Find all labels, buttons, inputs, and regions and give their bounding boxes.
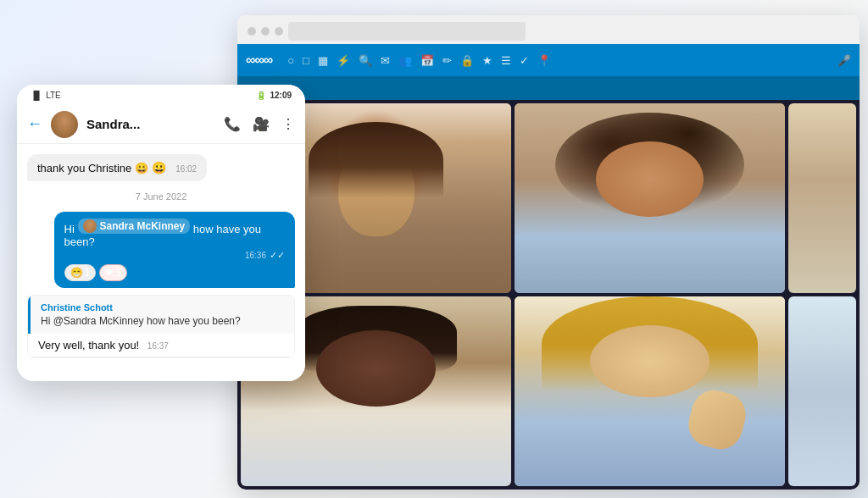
nc-files-icon[interactable]: ○ xyxy=(287,54,294,67)
nc-search-icon[interactable]: 🔍 xyxy=(359,54,372,67)
date-label: 7 June 2022 xyxy=(136,191,187,202)
nc-list-icon[interactable]: ☰ xyxy=(501,54,511,67)
reaction-count-2: 1 xyxy=(115,267,121,279)
avatar-image xyxy=(51,111,78,138)
nextcloud-logo: ∞∞∞ xyxy=(246,53,272,68)
video-cell-2 xyxy=(515,103,785,293)
chat-header-actions: 📞 🎥 ⋮ xyxy=(224,116,295,132)
quoted-message: Christine Schott Hi @Sandra McKinney how… xyxy=(28,296,294,334)
video-cell-4 xyxy=(515,296,785,486)
call-icon[interactable]: 📞 xyxy=(224,116,241,132)
browser-dot-3[interactable] xyxy=(275,27,283,36)
mention-name: Sandra McKinney xyxy=(100,220,186,232)
signal-icon: ▐▌ xyxy=(31,91,42,100)
browser-chrome xyxy=(237,15,860,44)
nc-check-icon[interactable]: ✓ xyxy=(520,54,529,67)
mention-badge: Sandra McKinney xyxy=(78,219,191,234)
video-cell-side-1 xyxy=(788,103,856,293)
browser-window: ∞∞∞ ○ □ ▦ ⚡ 🔍 ✉ 👥 📅 ✏ 🔒 ★ ☰ ✓ 📍 🎤 ≡ xyxy=(237,15,860,490)
nc-activity-icon[interactable]: ⚡ xyxy=(337,54,350,67)
message-sent-1: Hi Sandra McKinney how have you been? 16… xyxy=(54,212,295,288)
nc-location-icon[interactable]: 📍 xyxy=(537,54,551,67)
video-grid xyxy=(237,100,860,490)
nextcloud-subbar: ≡ xyxy=(237,76,860,100)
video-call-icon[interactable]: 🎥 xyxy=(253,116,270,132)
nc-star-icon[interactable]: ★ xyxy=(482,54,492,67)
reply-sender-name: Christine Schott xyxy=(41,302,284,313)
contact-avatar xyxy=(51,111,78,138)
time-label: 12:09 xyxy=(270,91,292,100)
nc-contacts-icon[interactable]: 👥 xyxy=(398,54,412,67)
video-cell-side-2 xyxy=(788,296,856,486)
reaction-emoji-pill[interactable]: 😁 1 xyxy=(64,264,97,281)
browser-addressbar[interactable] xyxy=(288,22,526,41)
reaction-heart-pill[interactable]: ❤ 1 xyxy=(99,264,127,281)
contact-name[interactable]: Sandra... xyxy=(86,117,215,131)
reply-time: 16:37 xyxy=(147,341,169,351)
reply-response: Very well, thank you! 16:37 xyxy=(28,334,294,357)
lte-label: LTE xyxy=(46,91,61,100)
browser-dot-1[interactable] xyxy=(248,27,256,36)
heart-emoji: ❤ xyxy=(105,267,114,279)
read-tick-icon: ✓✓ xyxy=(270,250,285,261)
chat-header: ← Sandra... 📞 🎥 ⋮ xyxy=(17,105,305,144)
nc-lock-icon[interactable]: 🔒 xyxy=(460,54,474,67)
reply-response-text: Very well, thank you! xyxy=(38,339,139,351)
nc-image-icon[interactable]: ▦ xyxy=(318,54,328,67)
nc-edit-icon[interactable]: ✏ xyxy=(442,54,452,67)
date-divider: 7 June 2022 xyxy=(27,188,295,205)
nc-mic-icon[interactable]: 🎤 xyxy=(837,54,851,67)
reaction-emoji: 😁 xyxy=(70,267,83,279)
message-received-1: thank you Christine 😀 😀 16:02 xyxy=(27,154,207,181)
message-reactions: 😁 1 ❤ 1 xyxy=(64,264,285,281)
reply-quote-text: Hi @Sandra McKinney how have you been? xyxy=(41,315,284,327)
more-options-icon[interactable]: ⋮ xyxy=(281,116,295,132)
message-time-1: 16:02 xyxy=(175,164,197,174)
browser-dot-2[interactable] xyxy=(261,27,270,36)
sent-prefix: Hi xyxy=(64,223,75,235)
mention-avatar-img xyxy=(83,219,97,233)
nc-mail-icon[interactable]: ✉ xyxy=(381,54,390,67)
nc-calendar-icon[interactable]: 📅 xyxy=(420,54,434,67)
nc-folder-icon[interactable]: □ xyxy=(303,54,309,67)
status-time: 🔋 12:09 xyxy=(256,91,292,100)
sent-time: 16:36 xyxy=(245,251,266,260)
phone-mockup: ▐▌ LTE 🔋 12:09 ← Sandra... 📞 🎥 ⋮ thank y… xyxy=(17,85,305,381)
reply-section: Christine Schott Hi @Sandra McKinney how… xyxy=(27,295,295,358)
phone-statusbar: ▐▌ LTE 🔋 12:09 xyxy=(17,85,305,105)
chat-messages: thank you Christine 😀 😀 16:02 7 June 202… xyxy=(17,144,305,381)
nextcloud-nav-icons: ○ □ ▦ ⚡ 🔍 ✉ 👥 📅 ✏ 🔒 ★ ☰ ✓ 📍 xyxy=(287,54,551,67)
reaction-count-1: 1 xyxy=(85,267,91,279)
message-sent-meta: 16:36 ✓✓ xyxy=(64,250,285,261)
nextcloud-topbar: ∞∞∞ ○ □ ▦ ⚡ 🔍 ✉ 👥 📅 ✏ 🔒 ★ ☰ ✓ 📍 🎤 xyxy=(237,44,860,76)
status-signal: ▐▌ LTE xyxy=(31,91,61,100)
battery-icon: 🔋 xyxy=(256,91,266,100)
back-button[interactable]: ← xyxy=(27,115,42,133)
message-sent-content: Hi Sandra McKinney how have you been? xyxy=(64,219,285,248)
browser-dots xyxy=(248,22,849,44)
message-text-1: thank you Christine 😀 xyxy=(37,162,148,174)
emoji-1: 😀 xyxy=(152,161,166,174)
